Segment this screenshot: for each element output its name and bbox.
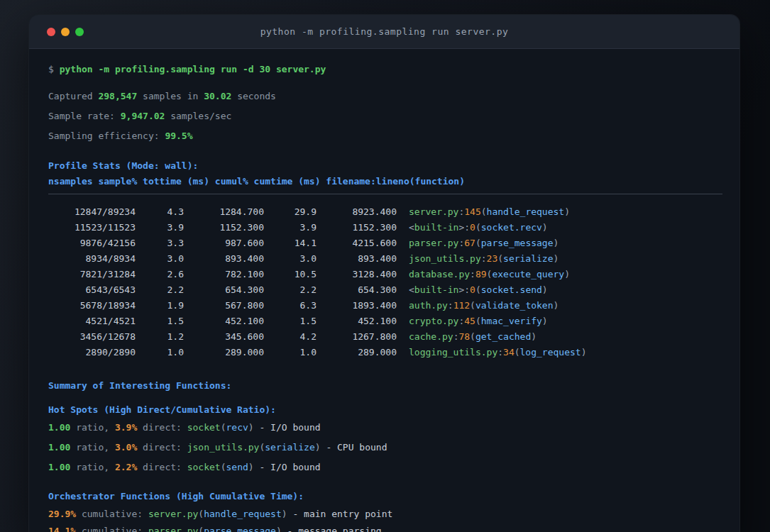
text-segment: python -m profiling.sampling run -d 30 s… [60, 64, 326, 74]
text-segment: 67 [464, 238, 475, 248]
text-segment: ) [554, 238, 559, 248]
text-segment: 34 [503, 347, 515, 358]
text-segment: 452.100 [184, 314, 264, 328]
text-segment: : [481, 253, 487, 264]
text-segment: 3.0 [136, 252, 184, 266]
zoom-button[interactable] [75, 28, 84, 36]
text-segment: 10.5 [264, 267, 317, 282]
text-segment: 4.3 [136, 205, 184, 219]
text-segment: 2.2 [136, 283, 184, 297]
text-segment: ( [470, 300, 475, 311]
text-segment: 782.100 [184, 267, 264, 282]
text-segment: 30.02 [204, 91, 231, 101]
text-segment: server.py [148, 509, 198, 519]
text-segment: 2.6 [136, 267, 184, 282]
sample-rate: Sample rate: 9,947.02 samples/sec [48, 109, 722, 123]
text-segment: ratio, [70, 462, 115, 472]
text-segment: 0 [470, 222, 475, 233]
text-segment: 1284.700 [184, 205, 264, 219]
text-segment: 654.300 [184, 283, 264, 297]
text-segment: < [409, 284, 414, 295]
text-segment: 5678/18934 [48, 299, 136, 313]
text-segment: recv [226, 422, 248, 433]
text-segment: parser.py [148, 526, 198, 532]
text-segment: 4521/4521 [48, 314, 136, 328]
text-segment: ) [248, 462, 254, 472]
minimize-button[interactable] [61, 28, 70, 36]
text-segment: built-in [414, 284, 459, 295]
text-segment: : [448, 300, 453, 311]
text-segment: 1.00 [48, 442, 70, 453]
text-segment: cumulative: [76, 509, 148, 519]
text-segment: ( [198, 509, 204, 519]
text-segment: 1.2 [136, 330, 184, 344]
text-segment: 112 [453, 300, 470, 311]
text-segment: 12847/89234 [48, 205, 136, 219]
text-segment: 145 [464, 206, 480, 217]
text-segment: parser.py [409, 238, 458, 248]
text-segment: 1152.300 [317, 221, 397, 235]
text-segment: < [409, 222, 414, 233]
text-segment: 1.0 [264, 345, 317, 360]
text-segment: 4215.600 [317, 236, 397, 250]
stats-row: 9876/421563.3987.60014.14215.600parser.p… [48, 236, 722, 250]
text-segment: ) [248, 422, 254, 433]
text-segment: ratio, [70, 422, 115, 433]
text-segment: execute_query [492, 269, 564, 279]
text-segment: - I/O bound [254, 462, 321, 472]
window-title: python -m profiling.sampling run server.… [29, 26, 739, 37]
text-segment: >: [458, 222, 470, 233]
text-segment: crypto.py [409, 316, 458, 326]
text-segment: 987.600 [184, 236, 264, 250]
text-segment: 3456/12678 [48, 330, 136, 344]
text-segment: $ [48, 64, 60, 74]
stats-row: 11523/115233.91152.3003.91152.300<built-… [48, 221, 722, 235]
text-segment: Summary of Interesting Functions: [48, 380, 231, 391]
text-segment: 45 [464, 316, 475, 326]
text-segment: 2.2 [264, 283, 317, 297]
text-segment: nsamples sample% tottime (ms) cumul% cum… [48, 176, 465, 187]
window-titlebar[interactable]: python -m profiling.sampling run server.… [29, 15, 739, 49]
text-segment: ( [497, 253, 503, 264]
text-segment: 89 [475, 269, 487, 279]
text-segment: 14.1 [264, 236, 317, 250]
text-segment: get_cached [475, 331, 531, 342]
text-segment: ) [542, 222, 548, 233]
text-segment: ) [531, 331, 537, 342]
text-segment: 3.3 [136, 236, 184, 250]
text-segment: ( [475, 238, 481, 248]
text-segment: 1267.800 [317, 330, 397, 344]
text-segment: : [470, 269, 475, 279]
text-segment: : [497, 347, 503, 358]
orchestrator-line: 14.1% cumulative: parser.py(parse_messag… [48, 524, 722, 532]
text-segment: 3.9 [264, 221, 317, 235]
section-heading: Summary of Interesting Functions: [48, 379, 722, 393]
text-segment: 893.400 [317, 252, 397, 266]
hotspot-line: 1.00 ratio, 3.0% direct: json_utils.py(s… [48, 440, 722, 455]
text-segment: 29.9 [264, 205, 317, 219]
text-segment: send [226, 462, 248, 472]
text-segment: 452.100 [317, 314, 397, 328]
text-segment: 1.5 [264, 314, 317, 328]
hotspot-line: 1.00 ratio, 3.9% direct: socket(recv) - … [48, 421, 722, 435]
text-segment: cumulative: [76, 526, 148, 532]
section-heading: Hot Spots (High Direct/Cumulative Ratio)… [48, 403, 722, 417]
text-segment: ( [515, 347, 520, 358]
text-segment: 654.300 [317, 283, 397, 297]
text-segment: 2890/2890 [48, 345, 136, 360]
hotspot-line: 1.00 ratio, 2.2% direct: socket(send) - … [48, 460, 722, 475]
text-segment: ( [475, 316, 481, 326]
text-segment: - I/O bound [254, 422, 321, 433]
traffic-lights [47, 15, 84, 48]
close-button[interactable] [47, 28, 55, 36]
text-segment: socket.send [481, 284, 542, 295]
text-segment: 29.9% [48, 509, 76, 519]
text-segment: 1.5 [136, 314, 184, 328]
text-segment: built-in [414, 222, 459, 233]
text-segment: validate_token [475, 300, 554, 311]
text-segment: ( [470, 331, 475, 342]
text-segment: >: [458, 284, 470, 295]
text-segment: 2.2% [115, 462, 137, 472]
text-segment: handle_request [487, 206, 565, 217]
text-segment: 78 [458, 331, 470, 342]
